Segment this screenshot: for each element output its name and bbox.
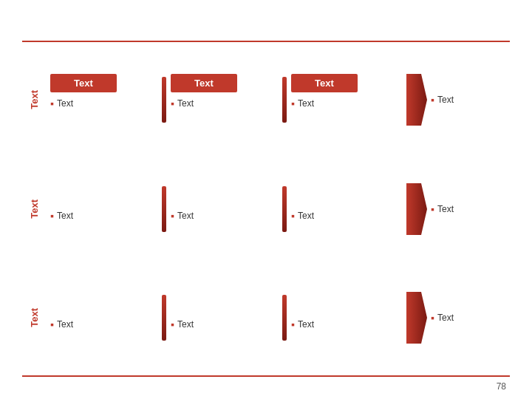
row-1-col-4-bullet: Text bbox=[431, 95, 510, 105]
row-3-col-4-bullet: Text bbox=[431, 313, 510, 323]
row-3-col-4: Text bbox=[403, 292, 510, 344]
svg-marker-1 bbox=[406, 183, 427, 235]
svg-marker-0 bbox=[406, 74, 427, 126]
bottom-divider bbox=[22, 375, 510, 377]
row-1-col-4-text: Text bbox=[431, 95, 510, 105]
row-1-col-1-bullet: Text bbox=[50, 98, 73, 109]
page-number: 78 bbox=[497, 381, 506, 392]
row-1-col-4: Text bbox=[403, 74, 510, 126]
row-3-col-2: Text bbox=[166, 292, 282, 344]
row-2-col-1: Text bbox=[46, 183, 162, 235]
row-3-col-2-bullet: Text bbox=[171, 319, 194, 330]
row-3-arrow bbox=[406, 292, 428, 344]
row-3-body: Text Text Text bbox=[46, 292, 510, 344]
row-2-col-4: Text bbox=[403, 183, 510, 235]
row-1-col-2-header: Text bbox=[171, 74, 237, 92]
row-1-label: Text bbox=[22, 90, 46, 109]
svg-marker-2 bbox=[406, 292, 427, 344]
arrow-icon-2 bbox=[406, 183, 427, 235]
row-2-col-3: Text bbox=[287, 183, 403, 235]
row-1-body: Text Text Text Text Text Text bbox=[46, 74, 510, 126]
row-1-col-1: Text Text bbox=[46, 74, 162, 126]
row-1-col-2-bullet: Text bbox=[171, 98, 194, 109]
top-divider bbox=[22, 41, 510, 42]
row-2-col-1-bullet: Text bbox=[50, 211, 73, 221]
row-1-col-1-header: Text bbox=[50, 74, 117, 92]
row-3: Text Text Text Text bbox=[22, 266, 510, 369]
row-2-body: Text Text Text bbox=[46, 183, 510, 235]
row-3-label: Text bbox=[22, 308, 46, 327]
row-2: Text Text Text Text bbox=[22, 157, 510, 261]
row-1-arrow bbox=[406, 74, 428, 126]
row-1: Text Text Text Text Text Text Text bbox=[22, 48, 510, 151]
row-2-col-2: Text bbox=[166, 183, 282, 235]
row-2-col-3-bullet: Text bbox=[291, 211, 314, 221]
main-content: Text Text Text Text Text Text Text bbox=[22, 48, 510, 369]
row-2-col-4-bullet: Text bbox=[431, 204, 510, 214]
row-1-col-3-bullet: Text bbox=[291, 98, 314, 109]
row-3-col-1-bullet: Text bbox=[50, 319, 73, 330]
row-3-col-3-bullet: Text bbox=[291, 319, 314, 330]
row-3-col-3: Text bbox=[287, 292, 403, 344]
row-1-col-3: Text Text bbox=[287, 74, 403, 126]
row-2-label: Text bbox=[22, 200, 46, 219]
row-3-col-1: Text bbox=[46, 292, 162, 344]
row-2-arrow bbox=[406, 183, 428, 235]
arrow-icon-1 bbox=[406, 74, 427, 126]
row-3-col-4-text: Text bbox=[431, 313, 510, 323]
row-2-col-4-text: Text bbox=[431, 204, 510, 214]
row-2-col-2-bullet: Text bbox=[171, 211, 194, 221]
row-1-col-2: Text Text bbox=[166, 74, 282, 126]
arrow-icon-3 bbox=[406, 292, 427, 344]
row-1-col-3-header: Text bbox=[291, 74, 358, 92]
